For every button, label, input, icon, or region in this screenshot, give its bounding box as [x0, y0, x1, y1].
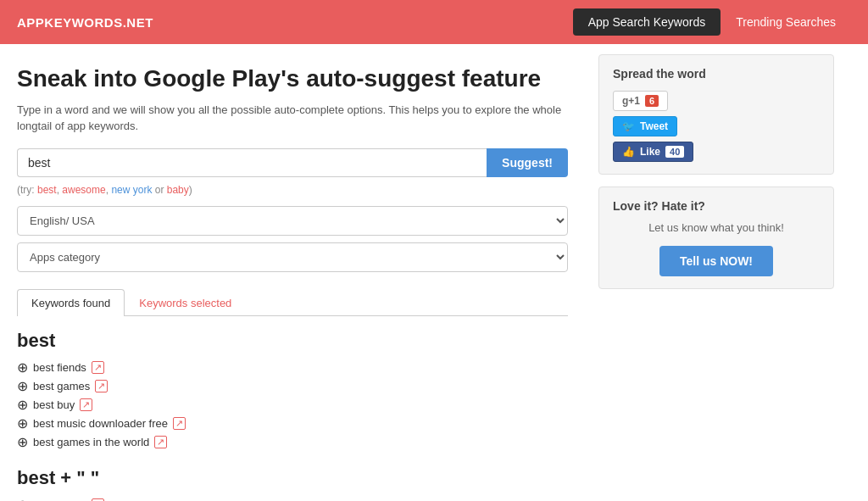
language-select[interactable]: English/ USA: [17, 206, 568, 236]
keyword-text: best fiends: [33, 361, 86, 374]
add-keyword-icon[interactable]: ⊕: [17, 417, 28, 431]
keyword-text: best buy: [33, 398, 75, 411]
suggest-button[interactable]: Suggest!: [487, 148, 568, 177]
list-item: ⊕ best fiends ↗: [17, 496, 568, 501]
external-link-icon[interactable]: ↗: [154, 436, 167, 448]
add-keyword-icon[interactable]: ⊕: [17, 361, 28, 375]
add-keyword-icon[interactable]: ⊕: [17, 380, 28, 393]
external-link-icon[interactable]: ↗: [95, 380, 108, 392]
social-buttons: g+1 6 🐦 Tweet 👍 Like 40: [613, 91, 820, 162]
search-input[interactable]: [17, 148, 487, 177]
thumbsup-icon: 👍: [622, 146, 635, 158]
main-content: Sneak into Google Play's auto-suggest fe…: [0, 44, 585, 501]
like-label: Like: [640, 146, 660, 158]
category-select-row: Apps category: [17, 242, 568, 272]
search-row: Suggest!: [17, 148, 568, 177]
keyword-text: best games: [33, 380, 90, 392]
keyword-group-title-best: best: [17, 330, 568, 352]
tell-us-button[interactable]: Tell us NOW!: [659, 246, 773, 276]
sidebar: Spread the word g+1 6 🐦 Tweet 👍 Like 40: [585, 44, 848, 501]
logo: APPKEYWORDS.NET: [17, 15, 153, 30]
category-select[interactable]: Apps category: [17, 242, 568, 272]
list-item: ⊕ best music downloader free ↗: [17, 415, 568, 433]
tabs: Keywords found Keywords selected: [17, 289, 568, 316]
header: APPKEYWORDS.NET App Search Keywords Tren…: [0, 0, 868, 44]
try-baby[interactable]: baby: [167, 184, 189, 196]
like-button[interactable]: 👍 Like 40: [613, 142, 693, 162]
tweet-label: Tweet: [640, 120, 668, 132]
add-keyword-icon[interactable]: ⊕: [17, 398, 28, 412]
tweet-button[interactable]: 🐦 Tweet: [613, 116, 677, 136]
gplus-icon: g+1: [622, 95, 640, 107]
tab-keywords-found[interactable]: Keywords found: [17, 289, 125, 316]
try-suggestions: (try: best, awesome, new york or baby): [17, 184, 568, 196]
try-awesome[interactable]: awesome: [62, 184, 105, 196]
try-best[interactable]: best: [37, 184, 57, 196]
page-title: Sneak into Google Play's auto-suggest fe…: [17, 64, 568, 93]
feedback-card: Love it? Hate it? Let us know what you t…: [598, 186, 834, 289]
page-container: Sneak into Google Play's auto-suggest fe…: [0, 44, 868, 501]
feedback-title: Love it? Hate it?: [613, 199, 820, 213]
keyword-group-title-best-quote: best + " ": [17, 467, 568, 489]
external-link-icon[interactable]: ↗: [80, 398, 92, 411]
keyword-group-best-quote: best + " " ⊕ best fiends ↗: [17, 467, 568, 501]
gplus-button[interactable]: g+1 6: [613, 91, 668, 111]
language-select-row: English/ USA: [17, 206, 568, 236]
nav-app-search-keywords[interactable]: App Search Keywords: [573, 8, 721, 36]
keyword-group-best: best ⊕ best fiends ↗ ⊕ best games ↗ ⊕ be…: [17, 330, 568, 452]
nav: App Search Keywords Trending Searches: [573, 8, 851, 36]
twitter-icon: 🐦: [622, 120, 635, 132]
keyword-text: best music downloader free: [33, 417, 168, 430]
page-description: Type in a word and we will show you all …: [17, 102, 568, 135]
external-link-icon[interactable]: ↗: [173, 417, 186, 430]
like-count: 40: [665, 146, 684, 158]
list-item: ⊕ best games in the world ↗: [17, 433, 568, 452]
gplus-count: 6: [645, 95, 659, 107]
list-item: ⊕ best games ↗: [17, 377, 568, 396]
keyword-text: best games in the world: [33, 436, 149, 448]
feedback-description: Let us know what you think!: [613, 221, 820, 234]
add-keyword-icon[interactable]: ⊕: [17, 498, 28, 501]
tab-keywords-selected[interactable]: Keywords selected: [125, 289, 246, 316]
add-keyword-icon[interactable]: ⊕: [17, 436, 28, 449]
spread-word-card: Spread the word g+1 6 🐦 Tweet 👍 Like 40: [598, 54, 834, 175]
list-item: ⊕ best buy ↗: [17, 396, 568, 415]
list-item: ⊕ best fiends ↗: [17, 359, 568, 377]
nav-trending-searches[interactable]: Trending Searches: [721, 8, 851, 36]
try-newyork[interactable]: new york: [111, 184, 152, 196]
spread-word-title: Spread the word: [613, 67, 820, 81]
external-link-icon[interactable]: ↗: [92, 361, 104, 374]
